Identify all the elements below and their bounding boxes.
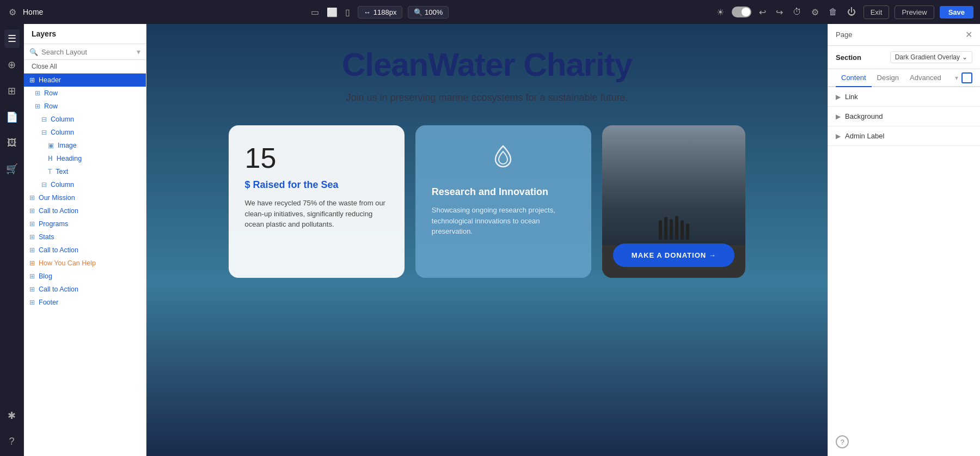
- layer-item-cta3[interactable]: ⊞ Call to Action: [24, 283, 146, 296]
- page-label: Page: [836, 31, 852, 39]
- layer-label: Blog: [39, 272, 52, 280]
- theme-toggle[interactable]: [732, 7, 751, 17]
- layer-item-cta2[interactable]: ⊞ Call to Action: [24, 244, 146, 257]
- layer-label: Our Mission: [39, 194, 75, 202]
- layer-item-footer[interactable]: ⊞ Footer: [24, 296, 146, 309]
- layer-item-how-you-help[interactable]: ⊞ How You Can Help: [24, 257, 146, 270]
- preview-button[interactable]: Preview: [895, 5, 934, 19]
- layer-item-header[interactable]: ⊞ Header: [24, 74, 146, 87]
- section-icon: ⊞: [29, 299, 35, 306]
- integrations-icon[interactable]: ✱: [4, 406, 19, 425]
- heading-icon: H: [48, 155, 53, 162]
- width-badge: ↔ 1188px: [358, 6, 403, 19]
- link-section-header[interactable]: ▶ Link: [828, 87, 980, 106]
- layers-header: Layers: [24, 24, 146, 44]
- tab-design[interactable]: Design: [872, 69, 904, 87]
- row-icon: ⊞: [35, 89, 40, 97]
- layer-item-row1[interactable]: ⊞ Row: [24, 87, 146, 100]
- section-row: Section Dark Gradient Overlay ⌄: [828, 46, 980, 69]
- background-section: ▶ Background: [828, 107, 980, 126]
- mobile-icon[interactable]: ▯: [343, 5, 352, 20]
- responsive-icon: ↔: [364, 8, 371, 16]
- layer-label: Programs: [39, 220, 68, 228]
- undo-icon[interactable]: ↩: [757, 5, 768, 20]
- tab-arrow[interactable]: ▾: [955, 74, 958, 82]
- elements-icon[interactable]: ⊕: [4, 56, 19, 74]
- card-title-research: Research and Innovation: [432, 186, 575, 198]
- layers-title: Layers: [32, 29, 56, 38]
- right-panel: Page ✕ Section Dark Gradient Overlay ⌄ C…: [828, 24, 980, 456]
- column-icon: ⊟: [41, 115, 47, 123]
- layers-icon[interactable]: ☰: [4, 29, 20, 48]
- tab-content[interactable]: Content: [836, 69, 872, 87]
- admin-label-section-header[interactable]: ▶ Admin Label: [828, 126, 980, 145]
- layer-item-col3[interactable]: ⊟ Column: [24, 178, 146, 191]
- layer-item-cta1[interactable]: ⊞ Call to Action: [24, 204, 146, 217]
- layer-item-our-mission[interactable]: ⊞ Our Mission: [24, 191, 146, 204]
- settings-icon[interactable]: ⚙: [809, 5, 821, 20]
- delete-icon[interactable]: 🗑: [826, 5, 840, 19]
- section-label: Section: [836, 53, 861, 62]
- card-title: $ Raised for the Sea: [245, 179, 388, 191]
- sun-icon[interactable]: ☀: [714, 5, 726, 20]
- layer-label: Call to Action: [39, 285, 78, 293]
- help-icon[interactable]: ?: [5, 433, 17, 451]
- layer-item-programs[interactable]: ⊞ Programs: [24, 217, 146, 230]
- layer-item-col2[interactable]: ⊟ Column: [24, 126, 146, 139]
- chevron-right-icon: ▶: [836, 132, 841, 140]
- admin-label-section: ▶ Admin Label: [828, 126, 980, 146]
- topbar-title: Home: [23, 8, 43, 16]
- pages-icon[interactable]: 📄: [3, 108, 21, 126]
- woo-icon[interactable]: 🛒: [3, 160, 21, 178]
- search-input[interactable]: [41, 48, 133, 56]
- layer-item-image[interactable]: ▣ Image: [24, 139, 146, 152]
- zoom-value: 100%: [425, 8, 443, 16]
- layer-label: Column: [51, 129, 74, 136]
- card-raised: 15 $ Raised for the Sea We have recycled…: [229, 125, 405, 278]
- close-all-button[interactable]: Close All: [24, 60, 146, 74]
- layer-label: Stats: [39, 233, 54, 241]
- history-icon[interactable]: ⏱: [791, 5, 804, 19]
- close-panel-button[interactable]: ✕: [965, 29, 972, 40]
- gear-icon[interactable]: ⚙: [7, 5, 19, 20]
- layer-item-text[interactable]: T Text: [24, 165, 146, 178]
- blocks-icon[interactable]: ⊞: [4, 82, 19, 100]
- topbar: ⚙ Home ▭ ⬜ ▯ ↔ 1188px 🔍 100% ☀ ↩ ↪ ⏱ ⚙ 🗑…: [0, 0, 980, 24]
- layer-label: Column: [51, 115, 74, 123]
- redo-icon[interactable]: ↪: [774, 5, 785, 20]
- layer-item-blog[interactable]: ⊞ Blog: [24, 270, 146, 283]
- layer-item-col1[interactable]: ⊟ Column: [24, 113, 146, 126]
- layer-item-stats[interactable]: ⊞ Stats: [24, 230, 146, 244]
- section-icon: ⊞: [29, 246, 35, 254]
- filter-icon[interactable]: ▾: [137, 47, 140, 56]
- donate-button[interactable]: MAKE A DONATION →: [613, 244, 734, 267]
- save-button[interactable]: Save: [940, 6, 973, 19]
- tabs-row: Content Design Advanced ▾: [828, 69, 980, 87]
- card-research: Research and Innovation Showcasing ongoi…: [415, 125, 591, 278]
- water-icon: [432, 142, 575, 178]
- device-icons: ▭ ⬜ ▯: [309, 5, 352, 20]
- media-icon[interactable]: 🖼: [4, 134, 20, 152]
- layers-search-bar: 🔍 ▾: [24, 44, 146, 60]
- help-button[interactable]: ?: [836, 435, 849, 448]
- section-icon: ⊞: [29, 194, 35, 202]
- tablet-icon[interactable]: ⬜: [324, 5, 340, 20]
- exit-button[interactable]: Exit: [863, 5, 890, 19]
- search-icon: 🔍: [29, 48, 38, 56]
- desktop-icon[interactable]: ▭: [309, 5, 321, 20]
- section-icon: ⊞: [29, 285, 35, 293]
- hero-title: CleanWater Charity: [342, 46, 632, 83]
- section-dropdown[interactable]: Dark Gradient Overlay ⌄: [890, 51, 972, 63]
- layer-label: Footer: [39, 299, 58, 306]
- silhouettes: [659, 216, 689, 245]
- text-icon: T: [48, 168, 52, 175]
- layer-label: Row: [44, 89, 58, 97]
- layer-item-row2[interactable]: ⊞ Row: [24, 100, 146, 113]
- chevron-right-icon: ▶: [836, 93, 841, 101]
- layer-label: Image: [58, 142, 77, 149]
- power-icon[interactable]: ⏻: [845, 5, 858, 19]
- layer-item-heading[interactable]: H Heading: [24, 152, 146, 165]
- main-layout: ☰ ⊕ ⊞ 📄 🖼 🛒 ✱ ? Layers 🔍 ▾ Close All ⊞ H…: [0, 24, 980, 456]
- tab-advanced[interactable]: Advanced: [904, 69, 947, 87]
- background-section-header[interactable]: ▶ Background: [828, 107, 980, 126]
